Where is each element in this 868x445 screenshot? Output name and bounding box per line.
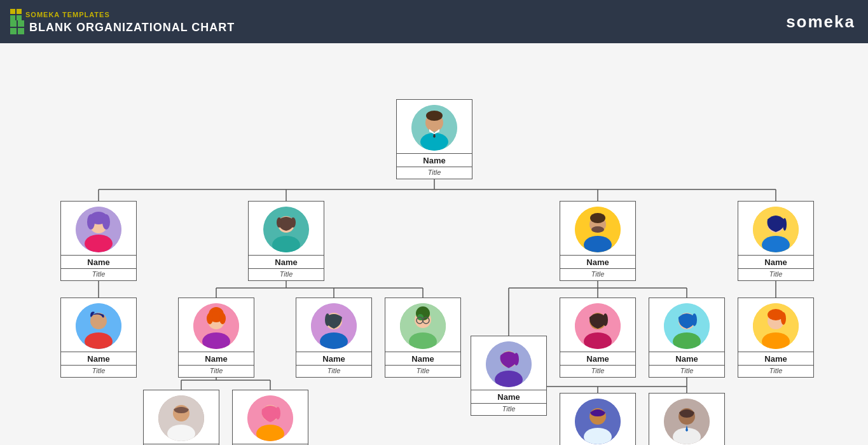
- node-name-root: Name: [397, 153, 472, 167]
- avatar-area-l1c: [560, 202, 635, 255]
- org-node-l1c: Name Title: [560, 201, 636, 281]
- title-icon-sq2: [18, 20, 24, 27]
- org-node-l3a: Name Title: [143, 390, 219, 445]
- node-title-l2d: Title: [385, 365, 460, 377]
- avatar-l2f: [575, 303, 621, 349]
- title-icon-sq1: [10, 20, 17, 27]
- svg-point-50: [591, 226, 604, 233]
- svg-point-80: [514, 353, 519, 366]
- brand-label: SOMEKA TEMPLATES: [10, 9, 235, 20]
- svg-point-100: [275, 407, 280, 420]
- node-name-l2f: Name: [560, 352, 635, 365]
- node-title-l2b: Title: [179, 365, 254, 377]
- avatar-l2b: [193, 303, 239, 349]
- avatar-area-l2b: [179, 298, 254, 352]
- org-node-l2g: Name Title: [649, 298, 725, 378]
- avatar-area-l2e: [471, 336, 546, 390]
- page-title: BLANK ORGANIZATIONAL CHART: [10, 20, 235, 34]
- brand-icon: [10, 9, 22, 20]
- avatar-l2d: [400, 303, 446, 349]
- org-node-l2e: Name Title: [471, 336, 547, 416]
- org-node-l2f: Name Title: [560, 298, 636, 378]
- avatar-area-l3a: [144, 390, 219, 444]
- header-left: SOMEKA TEMPLATES BLANK ORGANIZATIONAL CH…: [10, 9, 235, 34]
- node-name-l2d: Name: [385, 352, 460, 365]
- svg-point-40: [102, 214, 110, 229]
- avatar-l2h: [753, 303, 799, 349]
- avatar-l1c: [575, 207, 621, 252]
- node-title-root: Title: [397, 167, 472, 179]
- avatar-l1b: [263, 207, 309, 252]
- brand-icon-sq1: [10, 9, 15, 14]
- avatar-l1a: [76, 207, 121, 252]
- node-name-l2g: Name: [649, 352, 724, 365]
- node-name-l1c: Name: [560, 255, 635, 268]
- node-name-l1a: Name: [61, 255, 136, 268]
- org-node-l1a: Name Title: [60, 201, 137, 281]
- node-name-l1d: Name: [738, 255, 813, 268]
- avatar-area-l1d: [738, 202, 813, 255]
- node-name-l1b: Name: [249, 255, 324, 268]
- avatar-area-l1b: [249, 202, 324, 255]
- avatar-area-l2h: [738, 298, 813, 352]
- svg-point-39: [87, 214, 95, 229]
- node-title-l1c: Title: [560, 268, 635, 280]
- node-title-l1a: Title: [61, 268, 136, 280]
- avatar-area-l2g: [649, 298, 724, 352]
- avatar-l2c: [311, 303, 357, 349]
- svg-point-63: [207, 313, 213, 324]
- avatar-area: [397, 100, 472, 153]
- avatar-l3b: [247, 395, 293, 441]
- title-icon-sq4: [18, 28, 24, 34]
- svg-point-44: [277, 217, 282, 228]
- node-name-l2b: Name: [179, 352, 254, 365]
- avatar-area-l2d: [385, 298, 460, 352]
- org-node-l3b: Name Title: [232, 390, 308, 445]
- avatar-area-l2f: [560, 298, 635, 352]
- node-title-l2g: Title: [649, 365, 724, 377]
- avatar-l3a: [158, 395, 204, 441]
- avatar-l3d: [664, 399, 710, 444]
- avatar-l2g: [664, 303, 710, 349]
- avatar-area-l3b: [233, 390, 308, 444]
- brand-icon-sq4: [17, 15, 22, 20]
- svg-point-45: [291, 217, 296, 228]
- org-node-l2d: Name Title: [385, 298, 461, 378]
- svg-point-32: [426, 111, 443, 121]
- org-node-l2a: Name Title: [60, 298, 137, 378]
- node-title-l2f: Title: [560, 365, 635, 377]
- brand-icon-sq2: [17, 9, 22, 14]
- title-icon: [10, 20, 24, 34]
- avatar-l1d: [753, 207, 799, 252]
- avatar-area-l2a: [61, 298, 136, 352]
- org-node-l1d: Name Title: [738, 201, 814, 281]
- svg-point-49: [590, 213, 605, 223]
- org-node-l2c: Name Title: [296, 298, 372, 378]
- org-chart-area: Name Title Name Title: [0, 43, 868, 445]
- avatar-root: [411, 105, 457, 151]
- node-name-l2h: Name: [738, 352, 813, 365]
- org-node-root: Name Title: [396, 99, 472, 179]
- avatar-l2a: [76, 303, 121, 349]
- title-icon-sq3: [10, 28, 17, 34]
- org-node-l3c: Name Title: [560, 393, 636, 445]
- svg-point-88: [692, 313, 697, 326]
- avatar-area-l2c: [296, 298, 371, 352]
- org-node-l2b: Name Title: [178, 298, 254, 378]
- svg-point-54: [783, 218, 787, 231]
- svg-point-84: [603, 313, 608, 326]
- node-title-l2e: Title: [471, 403, 546, 415]
- svg-point-93: [781, 312, 786, 325]
- node-name-l2a: Name: [61, 352, 136, 365]
- brand-icon-sq3: [10, 15, 15, 20]
- svg-point-68: [325, 313, 330, 326]
- node-title-l2c: Title: [296, 365, 371, 377]
- someka-logo: someka: [786, 12, 855, 32]
- node-title-l1d: Title: [738, 268, 813, 280]
- svg-point-36: [85, 235, 113, 252]
- avatar-l3c: [575, 399, 621, 444]
- avatar-area-l3c: [560, 394, 635, 445]
- avatar-area-l3d: [649, 394, 724, 445]
- svg-point-64: [219, 313, 226, 324]
- node-title-l2h: Title: [738, 365, 813, 377]
